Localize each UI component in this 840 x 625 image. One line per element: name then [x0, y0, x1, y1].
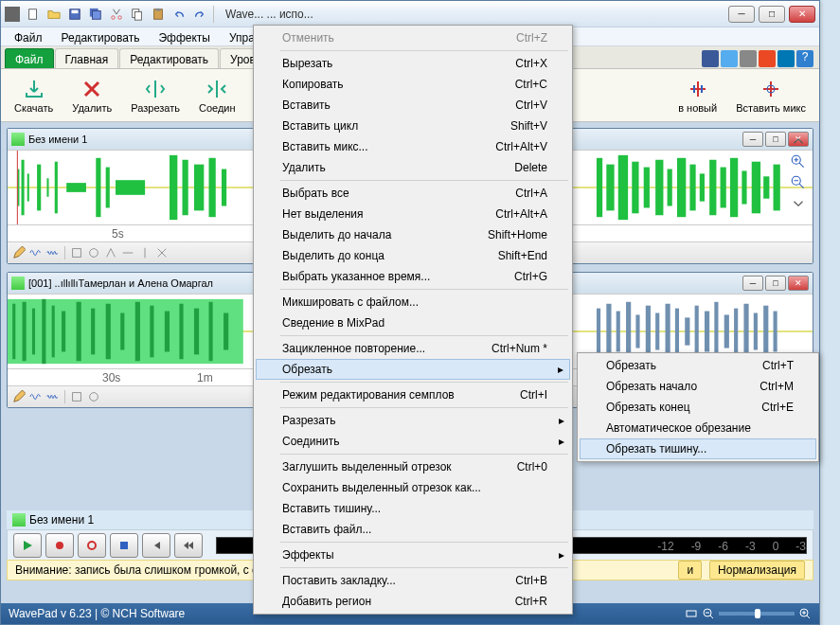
wave-icon[interactable] [28, 245, 44, 260]
tool-icon[interactable] [86, 389, 101, 404]
warning-action-1[interactable]: и [678, 561, 702, 580]
menu-item[interactable]: Вставить микс...Ctrl+Alt+V [256, 136, 570, 157]
ribbon-join[interactable]: Соедин [193, 76, 241, 116]
qa-redo-icon[interactable] [190, 5, 209, 24]
menu-item[interactable]: Выделить до началаShift+Home [256, 224, 570, 245]
menu-item[interactable]: Эффекты▸ [256, 545, 570, 565]
svg-rect-72 [617, 312, 620, 352]
ribbon-paste-mix[interactable]: Вставить микс [730, 76, 812, 116]
menu-item[interactable]: Сведение в MixPad [256, 312, 570, 333]
menu-item[interactable]: Обрезать началоCtrl+M [580, 376, 816, 397]
menu-item[interactable]: ОбрезатьCtrl+T [580, 355, 816, 376]
zoom-fit-icon[interactable] [685, 607, 698, 620]
menu-item[interactable]: Выделить до концаShift+End [256, 245, 570, 266]
qa-cut-icon[interactable] [107, 5, 126, 24]
doc-maximize[interactable]: □ [765, 132, 786, 147]
menu-item[interactable]: Обрезать конецCtrl+E [580, 397, 816, 418]
tab-home[interactable]: Главная [55, 48, 119, 68]
warning-action-normalize[interactable]: Нормализация [709, 561, 805, 580]
tool-f-icon[interactable] [154, 245, 170, 260]
record2-button[interactable] [78, 533, 106, 558]
skip-start-button[interactable] [142, 533, 170, 558]
vscroll-dn-icon[interactable] [790, 195, 807, 212]
stumble-icon[interactable] [759, 50, 776, 67]
tab-file[interactable]: Файл [5, 48, 54, 68]
tool-a-icon[interactable] [69, 245, 84, 260]
menu-item[interactable]: Микшировать с файлом... [256, 292, 570, 312]
doc-maximize[interactable]: □ [765, 276, 786, 291]
linkedin-icon[interactable] [777, 50, 795, 67]
qa-saveall-icon[interactable] [86, 5, 105, 24]
ribbon-delete[interactable]: Удалить [66, 76, 117, 116]
wave2-icon[interactable] [45, 389, 61, 404]
menu-edit[interactable]: Редактировать [54, 29, 148, 44]
svg-rect-0 [29, 9, 37, 19]
menu-item[interactable]: Вставить файл... [256, 519, 570, 540]
help-icon[interactable]: ? [796, 50, 813, 67]
zoom-in-icon[interactable] [798, 607, 812, 620]
menu-item[interactable]: Вставить тишину... [256, 498, 570, 519]
menu-item[interactable]: Добавить регионCtrl+R [256, 591, 570, 612]
tool-d-icon[interactable] [120, 245, 135, 260]
tool-icon[interactable] [69, 389, 84, 404]
pencil-icon[interactable] [11, 245, 27, 260]
ribbon-paste-new[interactable]: в новый [672, 76, 723, 116]
menu-item[interactable]: Обрезать▸ [256, 359, 570, 380]
wave2-icon[interactable] [45, 245, 61, 260]
pencil-icon[interactable] [11, 389, 27, 404]
menu-file[interactable]: Файл [7, 29, 50, 44]
twitter-icon[interactable] [721, 50, 738, 67]
qa-copy-icon[interactable] [128, 5, 147, 24]
maximize-button[interactable]: □ [759, 6, 785, 23]
qa-open-icon[interactable] [45, 5, 63, 24]
menu-item[interactable]: Зацикленное повторение...Ctrl+Num * [256, 338, 570, 359]
menu-item[interactable]: Выбрать указанное время...Ctrl+G [256, 266, 570, 287]
zoom-in-icon[interactable] [790, 153, 807, 170]
menu-effects[interactable]: Эффекты [151, 29, 218, 44]
svg-rect-25 [194, 165, 204, 211]
play-button[interactable] [13, 533, 42, 558]
ribbon-split[interactable]: Разрезать [125, 76, 186, 116]
wave-icon[interactable] [28, 389, 44, 404]
qa-undo-icon[interactable] [170, 5, 188, 24]
menu-item[interactable]: ВставитьCtrl+V [256, 95, 570, 116]
menu-item[interactable]: Обрезать тишину... [580, 438, 816, 459]
google-plus-icon[interactable] [740, 50, 757, 67]
qa-save-icon[interactable] [65, 5, 84, 24]
zoom-out-icon[interactable] [790, 174, 807, 191]
facebook-icon[interactable] [702, 50, 719, 67]
menu-item[interactable]: КопироватьCtrl+C [256, 74, 570, 95]
menu-item[interactable]: Нет выделенияCtrl+Alt+A [256, 204, 570, 224]
warning-text: Внимание: запись была слишком громкой, с… [15, 563, 259, 577]
ribbon-download[interactable]: Скачать [9, 76, 59, 116]
menu-item[interactable]: Автоматическое обрезание [580, 418, 816, 438]
zoom-out-icon[interactable] [702, 607, 715, 620]
qa-new-icon[interactable] [24, 5, 43, 24]
menu-item[interactable]: Заглушить выделенный отрезокCtrl+0 [256, 456, 570, 477]
tool-b-icon[interactable] [86, 245, 101, 260]
tool-e-icon[interactable] [137, 245, 152, 260]
menu-item[interactable]: УдалитьDelete [256, 157, 570, 178]
zoom-slider[interactable] [719, 612, 795, 616]
tab-edit[interactable]: Редактировать [119, 48, 219, 68]
doc-close[interactable]: ✕ [788, 276, 809, 291]
menu-item[interactable]: Вставить циклShift+V [256, 116, 570, 136]
menu-item[interactable]: Поставить закладку...Ctrl+B [256, 570, 570, 591]
doc-minimize[interactable]: ─ [742, 276, 763, 291]
doc-minimize[interactable]: ─ [742, 132, 763, 147]
close-button[interactable]: ✕ [789, 6, 815, 23]
stop-button[interactable] [110, 533, 138, 558]
rewind-button[interactable] [174, 533, 203, 558]
tool-c-icon[interactable] [103, 245, 118, 260]
menu-item[interactable]: ВырезатьCtrl+X [256, 53, 570, 74]
menu-item[interactable]: Выбрать всеCtrl+A [256, 183, 570, 204]
vscroll-up-icon[interactable] [790, 133, 807, 150]
menu-item[interactable]: Сохранить выделенный отрезок как... [256, 477, 570, 498]
minimize-button[interactable]: ─ [728, 6, 755, 23]
menu-item[interactable]: Режим редактирования семпловCtrl+I [256, 384, 570, 405]
record-button[interactable] [45, 533, 74, 558]
menu-item[interactable]: Разрезать▸ [256, 410, 570, 431]
menu-item[interactable]: Соединить▸ [256, 431, 570, 452]
menu-item[interactable]: ОтменитьCtrl+Z [256, 27, 570, 48]
qa-paste-icon[interactable] [149, 5, 168, 24]
